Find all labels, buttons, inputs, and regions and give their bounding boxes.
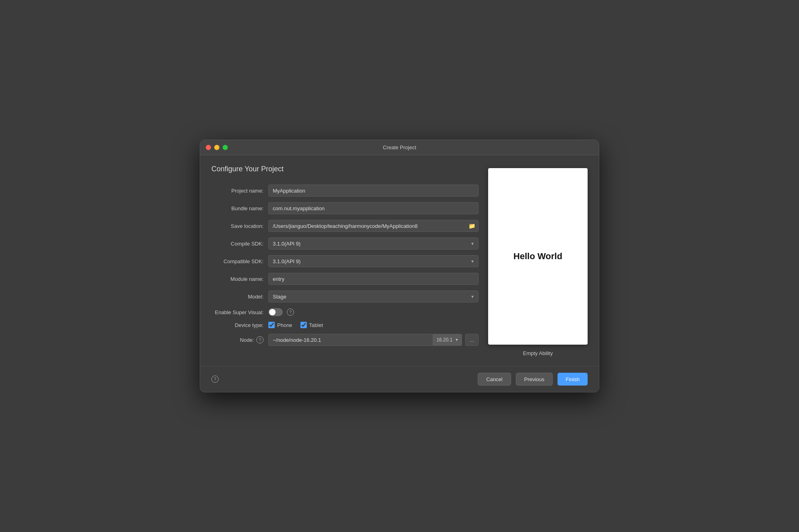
save-location-label: Save location: bbox=[211, 223, 264, 229]
footer-help-icon[interactable]: ? bbox=[211, 376, 219, 383]
project-name-label: Project name: bbox=[211, 188, 264, 194]
compile-sdk-wrapper: 3.1.0(API 9) 3.0.0(API 8) 2.2.0(API 7) ▼ bbox=[268, 238, 479, 250]
node-version-text: 16.20.1 bbox=[436, 337, 452, 343]
cancel-button[interactable]: Cancel bbox=[478, 373, 511, 386]
traffic-lights bbox=[206, 145, 228, 150]
template-label: Empty Ability bbox=[523, 350, 553, 356]
save-location-input[interactable] bbox=[268, 220, 479, 232]
node-row: Node: ? 16.20.1 ▼ ... bbox=[211, 334, 479, 346]
finish-button[interactable]: Finish bbox=[558, 373, 588, 386]
form-section: Project name: Bundle name: Save location… bbox=[211, 185, 479, 346]
titlebar: Create Project bbox=[200, 140, 599, 155]
main-content: Configure Your Project Project name: Bun… bbox=[200, 155, 599, 366]
page-title: Configure Your Project bbox=[211, 165, 479, 173]
model-wrapper: Stage FA ▼ bbox=[268, 290, 479, 303]
compatible-sdk-select[interactable]: 3.1.0(API 9) 3.0.0(API 8) 2.2.0(API 7) bbox=[268, 255, 479, 267]
footer: ? Cancel Previous Finish bbox=[200, 366, 599, 392]
footer-right: Cancel Previous Finish bbox=[478, 373, 588, 386]
maximize-button[interactable] bbox=[223, 145, 228, 150]
model-select[interactable]: Stage FA bbox=[268, 290, 479, 303]
footer-left: ? bbox=[211, 376, 219, 383]
compile-sdk-label: Compile SDK: bbox=[211, 241, 264, 247]
previous-button[interactable]: Previous bbox=[516, 373, 553, 386]
bundle-name-label: Bundle name: bbox=[211, 205, 264, 211]
node-label-text: Node: bbox=[240, 337, 254, 343]
node-input-group: 16.20.1 ▼ ... bbox=[268, 334, 479, 346]
node-browse-button[interactable]: ... bbox=[465, 334, 479, 346]
device-type-group: Phone Tablet bbox=[268, 322, 323, 328]
device-type-row: Device type: Phone Tablet bbox=[211, 322, 479, 328]
super-visual-toggle[interactable] bbox=[268, 308, 283, 316]
node-path-wrapper: 16.20.1 ▼ bbox=[268, 334, 462, 346]
minimize-button[interactable] bbox=[214, 145, 219, 150]
super-visual-label: Enable Super Visual: bbox=[211, 309, 264, 315]
preview-device: Hello World bbox=[488, 168, 588, 345]
save-location-wrapper: 📁 bbox=[268, 220, 479, 232]
super-visual-help-icon[interactable]: ? bbox=[287, 309, 294, 316]
create-project-window: Create Project Configure Your Project Pr… bbox=[200, 140, 599, 392]
node-label: Node: ? bbox=[211, 336, 264, 343]
device-type-label: Device type: bbox=[211, 322, 264, 328]
compatible-sdk-label: Compatible SDK: bbox=[211, 258, 264, 264]
project-name-input[interactable] bbox=[268, 185, 479, 197]
tablet-checkbox-item: Tablet bbox=[300, 322, 323, 328]
model-row: Model: Stage FA ▼ bbox=[211, 290, 479, 303]
preview-hello-world: Hello World bbox=[513, 251, 562, 262]
phone-checkbox-item: Phone bbox=[268, 322, 292, 328]
phone-checkbox[interactable] bbox=[268, 322, 275, 328]
node-path-input[interactable] bbox=[269, 337, 433, 343]
compatible-sdk-row: Compatible SDK: 3.1.0(API 9) 3.0.0(API 8… bbox=[211, 255, 479, 267]
node-help-icon[interactable]: ? bbox=[256, 336, 264, 343]
module-name-input[interactable] bbox=[268, 273, 479, 285]
tablet-label: Tablet bbox=[309, 322, 323, 328]
save-location-row: Save location: 📁 bbox=[211, 220, 479, 232]
node-version-badge: 16.20.1 ▼ bbox=[433, 334, 462, 345]
folder-icon[interactable]: 📁 bbox=[468, 223, 475, 229]
tablet-checkbox[interactable] bbox=[300, 322, 307, 328]
module-name-row: Module name: bbox=[211, 273, 479, 285]
bundle-name-row: Bundle name: bbox=[211, 202, 479, 214]
module-name-label: Module name: bbox=[211, 276, 264, 282]
compile-sdk-select[interactable]: 3.1.0(API 9) 3.0.0(API 8) 2.2.0(API 7) bbox=[268, 238, 479, 250]
close-button[interactable] bbox=[206, 145, 211, 150]
compile-sdk-row: Compile SDK: 3.1.0(API 9) 3.0.0(API 8) 2… bbox=[211, 238, 479, 250]
window-title: Create Project bbox=[383, 144, 416, 150]
left-panel: Configure Your Project Project name: Bun… bbox=[211, 165, 479, 356]
super-visual-row: Enable Super Visual: ? bbox=[211, 308, 479, 316]
model-label: Model: bbox=[211, 294, 264, 300]
right-panel: Hello World Empty Ability bbox=[488, 165, 588, 356]
project-name-row: Project name: bbox=[211, 185, 479, 197]
phone-label: Phone bbox=[277, 322, 292, 328]
bundle-name-input[interactable] bbox=[268, 202, 479, 214]
node-version-chevron-icon: ▼ bbox=[455, 338, 458, 342]
super-visual-toggle-group: ? bbox=[268, 308, 294, 316]
compatible-sdk-wrapper: 3.1.0(API 9) 3.0.0(API 8) 2.2.0(API 7) ▼ bbox=[268, 255, 479, 267]
